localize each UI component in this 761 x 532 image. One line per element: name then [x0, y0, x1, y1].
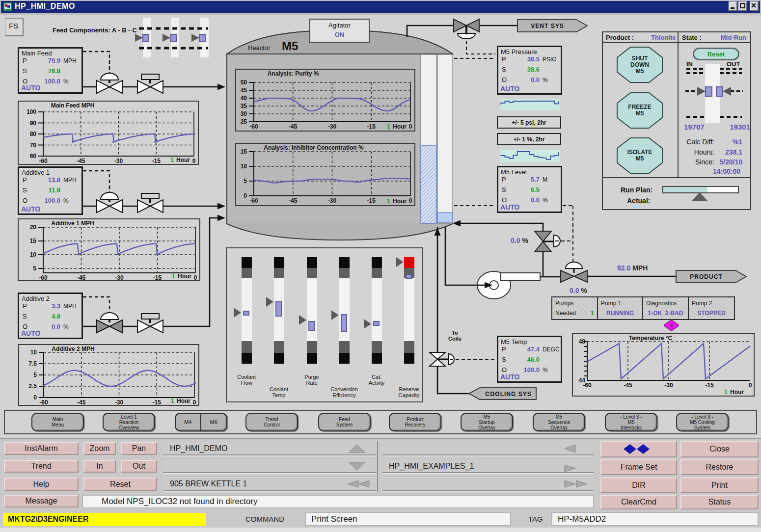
- svg-text:1: 1: [724, 389, 728, 396]
- svg-text:Analysis: Inhibitor Concentrat: Analysis: Inhibitor Concentration %: [264, 144, 364, 151]
- svg-text:-45: -45: [289, 123, 298, 130]
- svg-text:-45: -45: [77, 274, 86, 281]
- svg-text:Temperature °C: Temperature °C: [629, 335, 673, 342]
- svg-text:-30: -30: [114, 158, 123, 164]
- svg-text:-30: -30: [664, 382, 673, 389]
- svg-text:-15: -15: [367, 197, 376, 204]
- svg-text:10: 10: [30, 349, 37, 356]
- svg-text:90: 90: [30, 120, 37, 127]
- svg-text:0: 0: [192, 158, 196, 164]
- svg-text:1: 1: [387, 123, 390, 130]
- svg-text:-15: -15: [153, 399, 162, 406]
- svg-text:4: 4: [670, 323, 673, 328]
- svg-text:Hour: Hour: [177, 398, 190, 404]
- svg-text:-30: -30: [115, 274, 124, 281]
- svg-text:10: 10: [30, 251, 37, 258]
- svg-text:-45: -45: [77, 399, 86, 406]
- svg-text:-15: -15: [705, 382, 714, 389]
- svg-text:-45: -45: [624, 382, 632, 389]
- svg-text:15: 15: [30, 238, 37, 244]
- svg-text:2.5: 2.5: [28, 383, 37, 390]
- svg-text:100: 100: [27, 108, 36, 115]
- svg-text:80: 80: [30, 131, 37, 137]
- svg-text:-30: -30: [115, 399, 124, 406]
- svg-text:40: 40: [241, 95, 247, 102]
- svg-text:0: 0: [194, 274, 197, 281]
- svg-text:5: 5: [244, 178, 247, 185]
- svg-text:-45: -45: [77, 158, 85, 164]
- svg-text:1: 1: [171, 398, 174, 404]
- svg-text:1: 1: [170, 157, 174, 163]
- svg-text:0: 0: [244, 192, 247, 199]
- svg-text:-30: -30: [328, 197, 337, 204]
- svg-text:60: 60: [30, 153, 37, 160]
- svg-text:-60: -60: [249, 123, 258, 130]
- svg-text:-60: -60: [39, 399, 48, 406]
- svg-text:5: 5: [33, 372, 37, 378]
- svg-text:-45: -45: [289, 197, 298, 204]
- svg-text:10: 10: [241, 163, 247, 170]
- svg-text:35: 35: [241, 103, 247, 109]
- svg-text:0: 0: [33, 394, 37, 401]
- svg-text:PRODUCT: PRODUCT: [690, 273, 722, 280]
- svg-text:Additive 2 MPH: Additive 2 MPH: [52, 346, 94, 352]
- svg-text:VENT SYS: VENT SYS: [531, 23, 564, 29]
- svg-text:-15: -15: [152, 158, 161, 164]
- svg-text:-15: -15: [367, 123, 376, 130]
- svg-text:50: 50: [241, 79, 247, 86]
- svg-text:30: 30: [241, 110, 247, 117]
- svg-text:0: 0: [749, 382, 752, 389]
- svg-text:-60: -60: [249, 197, 258, 204]
- svg-text:1: 1: [387, 198, 390, 205]
- svg-text:Hour: Hour: [178, 273, 191, 280]
- svg-text:Hour: Hour: [730, 389, 744, 396]
- svg-text:0: 0: [193, 399, 196, 406]
- svg-text:70: 70: [30, 142, 37, 149]
- svg-text:1: 1: [172, 273, 175, 280]
- svg-text:25: 25: [241, 118, 247, 125]
- svg-text:Hour: Hour: [393, 123, 407, 130]
- svg-text:Hour: Hour: [176, 157, 190, 163]
- svg-text:-30: -30: [328, 123, 337, 130]
- svg-text:0: 0: [409, 123, 412, 130]
- svg-text:Analysis: Purity %: Analysis: Purity %: [268, 70, 319, 77]
- svg-text:-60: -60: [39, 158, 48, 164]
- svg-text:20: 20: [30, 224, 37, 231]
- svg-text:-60: -60: [583, 382, 592, 389]
- svg-text:45: 45: [241, 87, 247, 94]
- svg-text:Additive 1 MPH: Additive 1 MPH: [51, 220, 94, 227]
- svg-text:7.5: 7.5: [28, 360, 37, 367]
- svg-text:-15: -15: [153, 274, 162, 281]
- svg-text:Hour: Hour: [393, 198, 407, 205]
- svg-text:Main Feed MPH: Main Feed MPH: [51, 102, 95, 109]
- svg-text:-60: -60: [39, 274, 48, 281]
- svg-text:0: 0: [409, 197, 412, 204]
- svg-text:15: 15: [241, 148, 247, 155]
- svg-text:COOLING SYS: COOLING SYS: [485, 391, 531, 398]
- svg-text:5: 5: [33, 265, 36, 272]
